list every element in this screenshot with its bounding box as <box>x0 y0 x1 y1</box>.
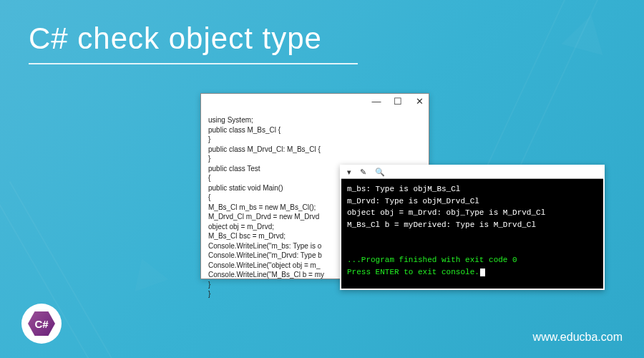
cursor-icon <box>480 268 485 276</box>
logo-text: C# <box>34 318 48 330</box>
exit-prompt: Press ENTER to exit console. <box>347 266 597 279</box>
window-controls: — ☐ ✕ <box>371 96 424 106</box>
output-line: object obj = m_Drvd: obj_Type is M_Drvd_… <box>347 207 597 219</box>
maximize-icon[interactable]: ☐ <box>393 96 403 106</box>
title-underline <box>29 63 358 64</box>
output-line: m_Drvd: Type is objM_Drvd_Cl <box>347 195 597 208</box>
console-output: m_bs: Type is objM_Bs_Cl m_Drvd: Type is… <box>341 179 603 282</box>
output-line: M_Bs_Cl b = myDerived: Type is M_Drvd_Cl <box>347 219 597 231</box>
output-blank <box>347 231 597 243</box>
csharp-logo: C# <box>28 310 55 337</box>
minimize-icon[interactable]: — <box>371 96 381 106</box>
exit-status: ...Program finished with exit code 0 <box>347 254 597 266</box>
console-toolbar: ▾ ✎ 🔍 <box>341 166 603 179</box>
site-url: www.educba.com <box>533 331 623 344</box>
console-window: ▾ ✎ 🔍 m_bs: Type is objM_Bs_Cl m_Drvd: T… <box>340 165 605 290</box>
output-blank <box>347 243 597 255</box>
chevron-down-icon[interactable]: ▾ <box>347 168 351 177</box>
page-title: C# check object type <box>29 21 322 56</box>
search-icon[interactable]: 🔍 <box>375 168 385 177</box>
csharp-logo-badge: C# <box>21 304 62 344</box>
close-icon[interactable]: ✕ <box>414 96 424 106</box>
wand-icon[interactable]: ✎ <box>360 168 366 177</box>
output-line: m_bs: Type is objM_Bs_Cl <box>347 183 597 195</box>
